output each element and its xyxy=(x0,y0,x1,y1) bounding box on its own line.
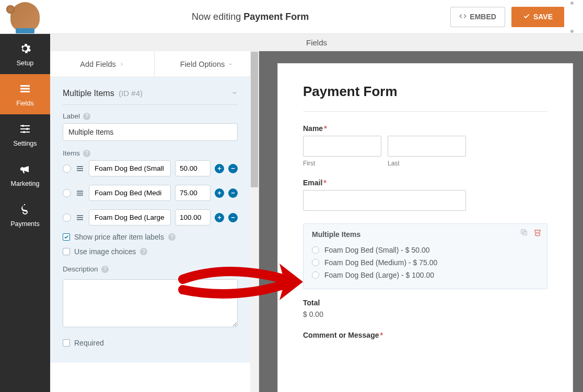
option-text: Foam Dog Bed (Large) - $ 100.00 xyxy=(324,271,434,279)
remove-item-button[interactable]: − xyxy=(228,164,238,173)
nav-setup-label: Setup xyxy=(17,60,34,67)
svg-rect-12 xyxy=(77,191,83,192)
svg-rect-0 xyxy=(20,85,30,87)
field-type-name: Multiple Items xyxy=(63,89,114,98)
svg-rect-15 xyxy=(77,215,83,216)
list-item[interactable]: Foam Dog Bed (Large) - $ 100.00 xyxy=(312,269,539,281)
megaphone-icon xyxy=(0,163,50,177)
list-item[interactable]: Foam Dog Bed (Medium) - $ 75.00 xyxy=(312,256,539,269)
show-price-label: Show price after item labels xyxy=(74,233,164,241)
duplicate-field-icon[interactable] xyxy=(520,228,528,239)
comment-label-text: Comment or Message xyxy=(303,331,379,339)
description-caption-text: Description xyxy=(63,265,98,273)
nav-setup[interactable]: Setup xyxy=(0,34,50,74)
required-star-icon: * xyxy=(380,331,382,339)
email-input[interactable] xyxy=(303,190,466,211)
items-rows: + − + − xyxy=(63,160,238,225)
item-price-input[interactable] xyxy=(175,160,211,176)
nav-payments[interactable]: Payments xyxy=(0,195,50,235)
help-icon[interactable]: ? xyxy=(101,266,109,273)
remove-item-button[interactable]: − xyxy=(228,188,238,198)
add-item-button[interactable]: + xyxy=(215,164,224,173)
add-item-button[interactable]: + xyxy=(215,213,224,222)
save-label: SAVE xyxy=(533,13,553,21)
scrollbar-thumb[interactable] xyxy=(251,52,258,187)
scrollbar[interactable] xyxy=(250,51,259,392)
name-field-label: Name* xyxy=(303,124,547,133)
remove-item-button[interactable]: − xyxy=(228,213,238,222)
item-row: + − xyxy=(63,185,238,201)
checkbox-icon xyxy=(63,233,70,241)
show-price-checkbox-row[interactable]: Show price after item labels ? xyxy=(63,233,238,241)
editing-prefix: Now editing xyxy=(192,11,243,22)
embed-button[interactable]: EMBED xyxy=(450,7,505,27)
svg-point-7 xyxy=(26,128,28,130)
editing-form-name: Payment Form xyxy=(243,11,309,22)
multiple-items-field[interactable]: Multiple Items Foam Dog Bed (Small) - $ … xyxy=(303,223,547,289)
description-caption: Description ? xyxy=(63,265,238,273)
image-choices-checkbox-row[interactable]: Use image choices ? xyxy=(63,247,238,256)
side-nav: Setup Fields Settings Marketing Payments xyxy=(0,34,50,392)
svg-rect-3 xyxy=(20,125,30,126)
item-price-input[interactable] xyxy=(175,209,211,225)
tab-add-label: Add Fields xyxy=(80,60,116,68)
option-text: Foam Dog Bed (Medium) - $ 75.00 xyxy=(324,258,437,267)
name-fields xyxy=(303,136,547,157)
svg-rect-11 xyxy=(77,170,83,171)
description-textarea[interactable] xyxy=(63,279,238,327)
form-preview: Payment Form Name* First Last Email* xyxy=(259,51,583,392)
drag-handle-icon[interactable] xyxy=(75,188,85,198)
first-name-input[interactable] xyxy=(303,136,381,157)
tab-add-fields[interactable]: Add Fields xyxy=(50,51,154,77)
radio-icon xyxy=(312,271,319,279)
items-caption: Items ? xyxy=(63,149,238,157)
last-name-input[interactable] xyxy=(388,136,466,157)
required-checkbox-row[interactable]: Required xyxy=(63,339,238,347)
svg-rect-17 xyxy=(77,219,83,220)
nav-fields[interactable]: Fields xyxy=(0,74,50,114)
field-header[interactable]: Multiple Items (ID #4) xyxy=(63,86,238,105)
name-label-text: Name xyxy=(303,124,323,133)
help-icon[interactable]: ? xyxy=(83,150,90,157)
field-options-body: Multiple Items (ID #4) Label ? Items ? xyxy=(50,77,250,363)
svg-point-6 xyxy=(22,125,24,127)
tab-field-options[interactable]: Field Options xyxy=(154,51,259,77)
label-caption: Label ? xyxy=(63,112,238,120)
item-row: + − xyxy=(63,209,238,225)
list-item[interactable]: Foam Dog Bed (Small) - $ 50.00 xyxy=(312,244,539,256)
multi-items-label: Multiple Items xyxy=(312,230,539,239)
window-menu-icon[interactable] xyxy=(569,2,575,33)
default-radio[interactable] xyxy=(63,213,71,222)
form-icon xyxy=(0,82,50,97)
code-icon xyxy=(459,13,467,21)
default-radio[interactable] xyxy=(63,164,71,173)
nav-marketing-label: Marketing xyxy=(11,180,40,187)
form-title: Payment Form xyxy=(303,84,547,100)
item-name-input[interactable] xyxy=(89,185,171,201)
nav-marketing[interactable]: Marketing xyxy=(0,155,50,195)
logo xyxy=(0,0,50,33)
checkbox-icon xyxy=(63,339,70,347)
item-name-input[interactable] xyxy=(89,160,171,176)
default-radio[interactable] xyxy=(63,189,71,197)
item-price-input[interactable] xyxy=(175,185,211,201)
first-sublabel: First xyxy=(303,160,381,167)
help-icon[interactable]: ? xyxy=(83,113,90,120)
item-name-input[interactable] xyxy=(89,209,171,225)
email-label-text: Email xyxy=(303,179,322,187)
delete-field-icon[interactable] xyxy=(533,228,542,239)
nav-settings[interactable]: Settings xyxy=(0,114,50,155)
radio-icon xyxy=(312,259,319,266)
help-icon[interactable]: ? xyxy=(168,233,176,241)
drag-handle-icon[interactable] xyxy=(75,164,85,173)
chevron-down-icon xyxy=(228,60,233,68)
add-item-button[interactable]: + xyxy=(215,188,224,198)
wpforms-logo-icon xyxy=(10,2,40,31)
save-button[interactable]: SAVE xyxy=(511,7,564,27)
field-id: (ID #4) xyxy=(119,89,143,98)
help-icon[interactable]: ? xyxy=(140,248,147,255)
drag-handle-icon[interactable] xyxy=(75,213,85,222)
panel-tabs: Add Fields Field Options xyxy=(50,51,259,77)
label-input[interactable] xyxy=(63,123,238,141)
required-star-icon: * xyxy=(324,124,327,133)
